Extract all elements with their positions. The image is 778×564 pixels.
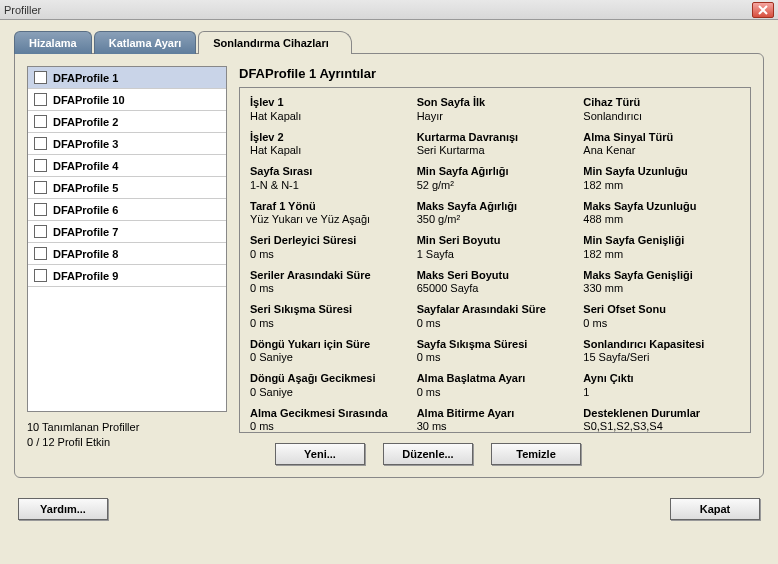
detail-value: 15 Sayfa/Seri xyxy=(583,351,740,365)
detail-label: Seri Sıkışma Süresi xyxy=(250,303,407,317)
profile-item[interactable]: DFAProfile 9 xyxy=(28,265,226,287)
edit-button[interactable]: Düzenle... xyxy=(383,443,473,465)
window-title: Profiller xyxy=(4,4,41,16)
profile-item-label: DFAProfile 2 xyxy=(53,116,118,128)
checkbox-icon[interactable] xyxy=(34,181,47,194)
detail-label: Sonlandırıcı Kapasitesi xyxy=(583,338,740,352)
detail-cell: Aynı Çıktı1 xyxy=(583,372,740,400)
profile-item[interactable]: DFAProfile 4 xyxy=(28,155,226,177)
detail-label: Min Sayfa Ağırlığı xyxy=(417,165,574,179)
clear-button[interactable]: Temizle xyxy=(491,443,581,465)
detail-value: 350 g/m² xyxy=(417,213,574,227)
detail-value: 0 ms xyxy=(250,317,407,331)
profile-list[interactable]: DFAProfile 1DFAProfile 10DFAProfile 2DFA… xyxy=(27,66,227,412)
detail-label: İşlev 2 xyxy=(250,131,407,145)
detail-label: Alma Başlatma Ayarı xyxy=(417,372,574,386)
detail-cell: Sayfa Sıkışma Süresi0 ms xyxy=(417,338,574,366)
checkbox-icon[interactable] xyxy=(34,93,47,106)
detail-cell: Seri Sıkışma Süresi0 ms xyxy=(250,303,407,331)
detail-cell: Sayfa Sırası1-N & N-1 xyxy=(250,165,407,193)
detail-label: Seri Derleyici Süresi xyxy=(250,234,407,248)
profile-item[interactable]: DFAProfile 1 xyxy=(28,67,226,89)
details-box: İşlev 1Hat KapalıSon Sayfa İlkHayırCihaz… xyxy=(239,87,751,433)
help-button[interactable]: Yardım... xyxy=(18,498,108,520)
detail-value: Hat Kapalı xyxy=(250,110,407,124)
detail-value: 0 ms xyxy=(250,420,407,434)
profile-counts: 10 Tanımlanan Profiller 0 / 12 Profil Et… xyxy=(27,420,227,451)
detail-label: Alma Sinyal Türü xyxy=(583,131,740,145)
detail-label: Cihaz Türü xyxy=(583,96,740,110)
detail-value: Seri Kurtarma xyxy=(417,144,574,158)
detail-cell: Alma Bitirme Ayarı30 ms xyxy=(417,407,574,435)
profile-item-label: DFAProfile 3 xyxy=(53,138,118,150)
detail-label: Son Sayfa İlk xyxy=(417,96,574,110)
detail-cell: Sonlandırıcı Kapasitesi15 Sayfa/Seri xyxy=(583,338,740,366)
detail-label: Sayfalar Arasındaki Süre xyxy=(417,303,574,317)
checkbox-icon[interactable] xyxy=(34,115,47,128)
profile-item[interactable]: DFAProfile 8 xyxy=(28,243,226,265)
detail-label: Seri Ofset Sonu xyxy=(583,303,740,317)
profile-item[interactable]: DFAProfile 6 xyxy=(28,199,226,221)
checkbox-icon[interactable] xyxy=(34,159,47,172)
profile-item-label: DFAProfile 1 xyxy=(53,72,118,84)
detail-label: Min Sayfa Genişliği xyxy=(583,234,740,248)
tab-fold[interactable]: Katlama Ayarı xyxy=(94,31,197,54)
detail-label: Maks Sayfa Uzunluğu xyxy=(583,200,740,214)
detail-cell: Maks Sayfa Uzunluğu488 mm xyxy=(583,200,740,228)
tab-finishing[interactable]: Sonlandırma Cihazları xyxy=(198,31,352,54)
detail-label: Min Seri Boyutu xyxy=(417,234,574,248)
checkbox-icon[interactable] xyxy=(34,137,47,150)
action-buttons: Yeni... Düzenle... Temizle xyxy=(239,443,751,465)
detail-cell: Sayfalar Arasındaki Süre0 ms xyxy=(417,303,574,331)
checkbox-icon[interactable] xyxy=(34,225,47,238)
detail-value: 182 mm xyxy=(583,248,740,262)
new-button[interactable]: Yeni... xyxy=(275,443,365,465)
close-button[interactable]: Kapat xyxy=(670,498,760,520)
detail-cell: Seri Derleyici Süresi0 ms xyxy=(250,234,407,262)
tab-bar: Hizalama Katlama Ayarı Sonlandırma Cihaz… xyxy=(14,31,764,54)
detail-value: Yüz Yukarı ve Yüz Aşağı xyxy=(250,213,407,227)
detail-label: Kurtarma Davranışı xyxy=(417,131,574,145)
tab-alignment[interactable]: Hizalama xyxy=(14,31,92,54)
dialog-content: Hizalama Katlama Ayarı Sonlandırma Cihaz… xyxy=(0,20,778,488)
detail-value: 1-N & N-1 xyxy=(250,179,407,193)
footer: Yardım... Kapat xyxy=(0,488,778,530)
checkbox-icon[interactable] xyxy=(34,71,47,84)
checkbox-icon[interactable] xyxy=(34,247,47,260)
detail-label: Alma Bitirme Ayarı xyxy=(417,407,574,421)
detail-value: 1 xyxy=(583,386,740,400)
profile-item[interactable]: DFAProfile 10 xyxy=(28,89,226,111)
detail-value: 0 ms xyxy=(250,248,407,262)
profile-item[interactable]: DFAProfile 5 xyxy=(28,177,226,199)
detail-value: 30 ms xyxy=(417,420,574,434)
profile-item-label: DFAProfile 5 xyxy=(53,182,118,194)
profile-item-label: DFAProfile 8 xyxy=(53,248,118,260)
detail-cell: Maks Sayfa Genişliği330 mm xyxy=(583,269,740,297)
profile-item[interactable]: DFAProfile 7 xyxy=(28,221,226,243)
right-column: DFAProfile 1 Ayrıntılar İşlev 1Hat Kapal… xyxy=(239,66,751,465)
detail-label: Döngü Aşağı Gecikmesi xyxy=(250,372,407,386)
detail-value: 182 mm xyxy=(583,179,740,193)
close-icon[interactable] xyxy=(752,2,774,18)
detail-cell: İşlev 2Hat Kapalı xyxy=(250,131,407,159)
detail-value: Hat Kapalı xyxy=(250,144,407,158)
profile-item[interactable]: DFAProfile 3 xyxy=(28,133,226,155)
details-title: DFAProfile 1 Ayrıntılar xyxy=(239,66,751,81)
detail-value: 488 mm xyxy=(583,213,740,227)
detail-cell: Cihaz TürüSonlandırıcı xyxy=(583,96,740,124)
detail-label: Maks Seri Boyutu xyxy=(417,269,574,283)
checkbox-icon[interactable] xyxy=(34,269,47,282)
detail-cell: Maks Sayfa Ağırlığı350 g/m² xyxy=(417,200,574,228)
detail-label: Sayfa Sıkışma Süresi xyxy=(417,338,574,352)
profile-item[interactable]: DFAProfile 2 xyxy=(28,111,226,133)
checkbox-icon[interactable] xyxy=(34,203,47,216)
detail-label: Maks Sayfa Genişliği xyxy=(583,269,740,283)
count-active: 0 / 12 Profil Etkin xyxy=(27,435,227,450)
detail-value: 52 g/m² xyxy=(417,179,574,193)
detail-cell: Maks Seri Boyutu65000 Sayfa xyxy=(417,269,574,297)
detail-value: S0,S1,S2,S3,S4 xyxy=(583,420,740,434)
detail-cell: Desteklenen DurumlarS0,S1,S2,S3,S4 xyxy=(583,407,740,435)
detail-cell: Kurtarma DavranışıSeri Kurtarma xyxy=(417,131,574,159)
detail-cell: Min Sayfa Genişliği182 mm xyxy=(583,234,740,262)
detail-cell: Alma Gecikmesi Sırasında0 ms xyxy=(250,407,407,435)
